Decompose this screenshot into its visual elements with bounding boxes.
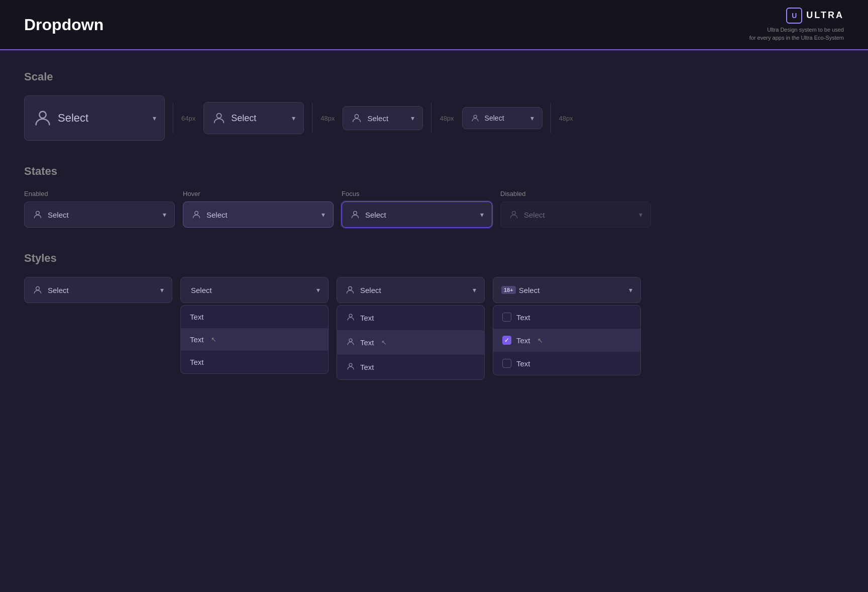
main-content: Scale Select ▾ 64px — [0, 50, 868, 347]
checkbox-4-2[interactable] — [502, 336, 511, 345]
states-title: States — [24, 165, 844, 178]
dropdown-focus[interactable]: Select ▾ — [342, 202, 492, 228]
scale-label-sm: 48px — [559, 115, 573, 122]
svg-point-5 — [195, 211, 198, 215]
svg-point-2 — [355, 115, 359, 118]
menu-item-4-1[interactable]: Text — [493, 306, 640, 329]
style-col-2: Select ▾ Text Text ↖ Text — [180, 277, 329, 303]
menu-item-2-2[interactable]: Text ↖ — [181, 328, 328, 351]
state-focus-group: Focus Select ▾ — [342, 190, 492, 228]
menu-item-2-1[interactable]: Text — [181, 306, 328, 328]
brand-icon: U — [786, 8, 802, 24]
chevron-enabled: ▾ — [163, 211, 166, 219]
svg-point-1 — [217, 114, 222, 118]
chevron-focus: ▾ — [480, 211, 484, 219]
menu-item-4-2-text: Text — [516, 336, 530, 345]
style-col-4: 18+ Select ▾ Text Text ↖ — [493, 277, 641, 303]
state-disabled-label: Disabled — [500, 190, 651, 198]
checkbox-4-1[interactable] — [502, 313, 511, 322]
age-badge: 18+ — [501, 286, 516, 294]
svg-point-4 — [36, 211, 40, 215]
menu-item-2-3[interactable]: Text — [181, 351, 328, 373]
style-col-3: Select ▾ Text — [337, 277, 485, 303]
style-menu-3: Text Text ↖ — [337, 305, 485, 380]
style-menu-4: Text Text ↖ Text — [493, 305, 641, 375]
focus-text: Select — [365, 211, 476, 219]
chevron-sm: ▾ — [530, 114, 534, 122]
styles-section: Styles Select ▾ — [24, 252, 844, 303]
chevron-disabled: ▾ — [639, 211, 642, 219]
menu-item-3-1[interactable]: Text — [337, 306, 484, 330]
chevron-s2: ▾ — [316, 286, 320, 294]
style-s3-text: Select — [360, 286, 469, 294]
disabled-text: Select — [524, 211, 635, 219]
chevron-md: ▾ — [411, 114, 414, 122]
states-row: Enabled Select ▾ Hover — [24, 190, 844, 228]
person-icon-m33 — [346, 362, 355, 372]
scale-title: Scale — [24, 70, 844, 83]
dropdown-enabled[interactable]: Select ▾ — [24, 202, 175, 228]
checkbox-4-3[interactable] — [502, 359, 511, 368]
person-icon-m32 — [346, 337, 355, 348]
menu-item-4-2[interactable]: Text ↖ — [493, 329, 640, 352]
menu-item-3-3[interactable]: Text — [337, 355, 484, 379]
scale-row: Select ▾ 64px Select ▾ — [24, 95, 844, 141]
state-hover-group: Hover Select ▾ — [183, 190, 334, 228]
enabled-text: Select — [48, 211, 159, 219]
person-icon-s3 — [345, 285, 355, 295]
svg-point-6 — [354, 211, 357, 215]
person-icon-focus — [350, 210, 360, 220]
style-dropdown-1[interactable]: Select ▾ — [24, 277, 172, 303]
states-section: States Enabled Select ▾ — [24, 165, 844, 228]
person-icon-md — [351, 113, 362, 124]
menu-item-2-3-text: Text — [190, 358, 204, 366]
chevron-s3: ▾ — [473, 286, 476, 294]
scale-section: Scale Select ▾ 64px — [24, 70, 844, 141]
header: Dropdown U ULTRA Ultra Design system to … — [0, 0, 868, 50]
brand-area: U ULTRA Ultra Design system to be used f… — [749, 8, 844, 42]
dropdown-disabled: Select ▾ — [500, 202, 651, 228]
scale-lg-text: Select — [231, 113, 288, 124]
state-hover-label: Hover — [183, 190, 334, 198]
scale-dropdown-xl[interactable]: Select ▾ — [24, 95, 165, 141]
menu-item-2-1-text: Text — [190, 313, 204, 321]
state-enabled-label: Enabled — [24, 190, 175, 198]
svg-point-12 — [349, 363, 352, 366]
chevron-xl: ▾ — [153, 114, 156, 122]
scale-divider-2 — [312, 103, 312, 133]
menu-item-4-3[interactable]: Text — [493, 352, 640, 375]
style-col-1: Select ▾ — [24, 277, 172, 303]
menu-item-3-3-text: Text — [360, 363, 374, 371]
scale-dropdown-md[interactable]: Select ▾ — [343, 106, 423, 130]
style-dropdown-3[interactable]: Select ▾ — [337, 277, 485, 303]
state-focus-label: Focus — [342, 190, 492, 198]
menu-item-4-3-text: Text — [516, 359, 530, 368]
svg-point-3 — [474, 115, 477, 118]
svg-point-11 — [349, 339, 352, 342]
cursor-indicator-4: ↖ — [537, 337, 543, 344]
brand-logo: U ULTRA — [786, 8, 844, 24]
menu-item-2-2-text: Text — [190, 335, 204, 344]
scale-label-lg: 48px — [320, 115, 335, 122]
chevron-hover: ▾ — [321, 211, 325, 219]
style-dropdown-2[interactable]: Select ▾ — [180, 277, 329, 303]
svg-point-0 — [39, 112, 46, 118]
state-disabled-group: Disabled Select ▾ — [500, 190, 651, 228]
style-s2-text: Select — [191, 286, 312, 294]
chevron-lg: ▾ — [292, 114, 295, 122]
brand-tagline: Ultra Design system to be used for every… — [749, 26, 844, 42]
menu-item-4-1-text: Text — [516, 313, 530, 322]
dropdown-hover[interactable]: Select ▾ — [183, 202, 334, 228]
cursor-indicator-2: ↖ — [211, 336, 216, 343]
person-icon-s1 — [33, 285, 43, 295]
menu-item-3-2-text: Text — [360, 338, 374, 347]
scale-dropdown-lg[interactable]: Select ▾ — [203, 102, 304, 134]
hover-text: Select — [206, 211, 317, 219]
scale-dropdown-sm[interactable]: Select ▾ — [462, 107, 542, 129]
scale-label-md: 48px — [440, 115, 454, 122]
person-icon-m31 — [346, 313, 355, 323]
person-icon-lg — [212, 111, 226, 125]
style-dropdown-4[interactable]: 18+ Select ▾ — [493, 277, 641, 303]
menu-item-3-2[interactable]: Text ↖ — [337, 330, 484, 355]
scale-divider-1 — [173, 103, 173, 133]
